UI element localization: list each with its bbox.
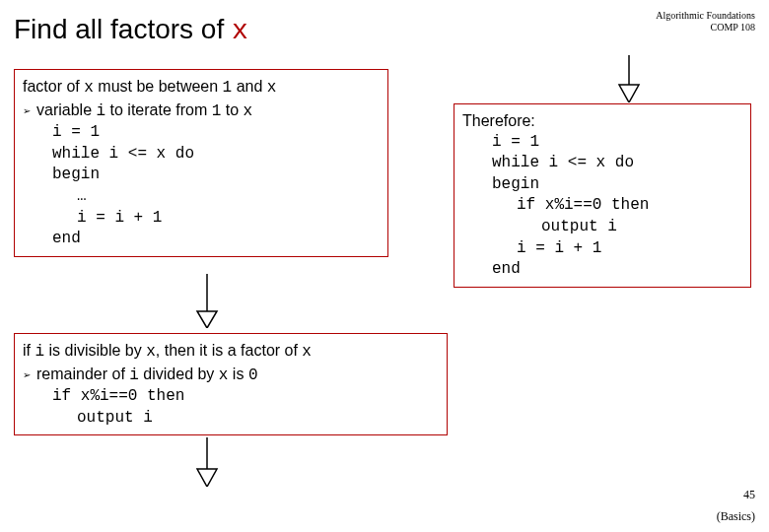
code: i = i + 1 xyxy=(23,208,380,230)
text: to iterate from xyxy=(105,101,212,118)
title-var-x: x xyxy=(232,16,248,46)
course-header: Algorithmic Foundations COMP 108 xyxy=(656,10,755,33)
course-line1: Algorithmic Foundations xyxy=(656,10,755,22)
footer-basics: (Basics) xyxy=(717,509,755,524)
var-x: x xyxy=(146,343,156,361)
var-i: i xyxy=(35,343,44,361)
bullet-icon: ➢ xyxy=(23,368,36,382)
text: , then it is a factor of xyxy=(156,342,303,359)
text: divided by xyxy=(139,366,219,382)
box2-line2: ➢remainder of i divided by x is 0 xyxy=(23,364,439,387)
arrow-down-icon xyxy=(187,274,227,328)
code: … xyxy=(23,186,380,208)
var-x: x xyxy=(84,79,94,97)
box-therefore: Therefore: i = 1 while i <= x do begin i… xyxy=(454,103,751,288)
text: factor of xyxy=(23,78,84,95)
text: is divisible by xyxy=(44,342,146,359)
code: begin xyxy=(462,174,742,196)
var-x: x xyxy=(244,102,253,120)
text: if xyxy=(23,342,35,359)
text: to xyxy=(221,101,243,118)
code: end xyxy=(462,259,742,281)
text: is xyxy=(228,366,247,382)
box-iterate: factor of x must be between 1 and x ➢var… xyxy=(14,69,388,257)
code: end xyxy=(23,229,380,250)
box-divisible: if i is divisible by x, then it is a fac… xyxy=(14,333,448,435)
arrow-down-icon xyxy=(609,55,649,102)
code: while i <= x do xyxy=(23,144,380,166)
bullet-icon: ➢ xyxy=(23,104,36,118)
var-i: i xyxy=(96,102,105,120)
svg-marker-3 xyxy=(197,469,217,487)
box1-line1: factor of x must be between 1 and x xyxy=(23,76,380,100)
num-1: 1 xyxy=(212,102,222,120)
course-line2: COMP 108 xyxy=(656,22,755,33)
code: output i xyxy=(23,408,439,430)
num-1: 1 xyxy=(223,79,233,97)
code: begin xyxy=(23,165,380,186)
code: i = 1 xyxy=(462,132,742,154)
slide-number: 45 xyxy=(743,488,755,502)
var-x: x xyxy=(219,366,229,384)
code: if x%i==0 then xyxy=(23,386,439,408)
var-x: x xyxy=(267,79,277,97)
var-x: x xyxy=(302,343,312,361)
therefore-label: Therefore: xyxy=(462,110,742,132)
slide-title: Find all factors of x xyxy=(14,14,248,46)
box1-line2: ➢variable i to iterate from 1 to x xyxy=(23,100,380,123)
text: and xyxy=(232,78,267,95)
code: if x%i==0 then xyxy=(462,195,742,217)
svg-marker-5 xyxy=(619,85,639,102)
text: remainder of xyxy=(36,366,129,382)
svg-marker-1 xyxy=(197,311,217,328)
box2-line1: if i is divisible by x, then it is a fac… xyxy=(23,340,439,364)
text: must be between xyxy=(94,78,223,95)
code: i = i + 1 xyxy=(462,238,742,260)
arrow-down-icon xyxy=(187,437,227,487)
var-i: i xyxy=(129,366,139,384)
num-0: 0 xyxy=(248,366,258,384)
code: while i <= x do xyxy=(462,153,742,174)
code: i = 1 xyxy=(23,122,380,144)
title-text: Find all factors of xyxy=(14,14,232,44)
code: output i xyxy=(462,217,742,238)
text: variable xyxy=(36,101,96,118)
